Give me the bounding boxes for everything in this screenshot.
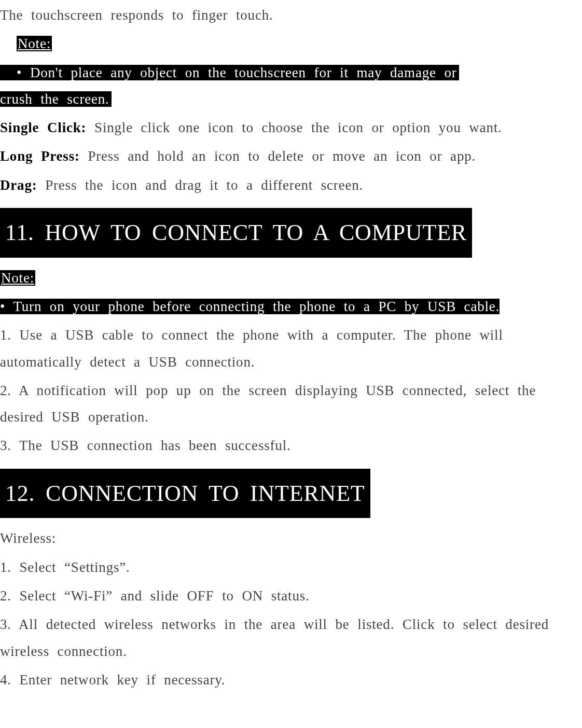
note2-body: • Turn on your phone before connecting t… (0, 299, 500, 314)
wifi-step-1: 1. Select “Settings”. (0, 554, 582, 581)
step-11-1: 1. Use a USB cable to connect the phone … (0, 322, 582, 375)
long-press-text: Press and hold an icon to delete or move… (80, 148, 476, 164)
note-body-line1: • Don't place any object on the touchscr… (0, 65, 459, 80)
drag-label: Drag: (0, 177, 37, 193)
long-press-label: Long Press: (0, 148, 80, 164)
intro-text: The touchscreen responds to finger touch… (0, 2, 582, 29)
heading-11: 11. HOW TO CONNECT TO A COMPUTER (0, 208, 472, 258)
step-11-2: 2. A notification will pop up on the scr… (0, 377, 582, 431)
note2-label: Note: (0, 270, 35, 286)
heading-12: 12. CONNECTION TO INTERNET (0, 469, 370, 519)
note-body-line2: crush the screen. (0, 91, 112, 107)
note-label: Note: (17, 36, 52, 51)
wifi-step-3: 3. All detected wireless networks in the… (0, 611, 582, 665)
single-click-label: Single Click: (0, 120, 86, 135)
single-click-text: Single click one icon to choose the icon… (86, 120, 502, 135)
step-11-3: 3. The USB connection has been successfu… (0, 432, 582, 459)
drag-text: Press the icon and drag it to a differen… (37, 177, 364, 193)
wifi-step-2: 2. Select “Wi-Fi” and slide OFF to ON st… (0, 583, 582, 609)
wifi-step-4: 4. Enter network key if necessary. (0, 667, 582, 693)
wireless-label: Wireless: (0, 525, 582, 552)
